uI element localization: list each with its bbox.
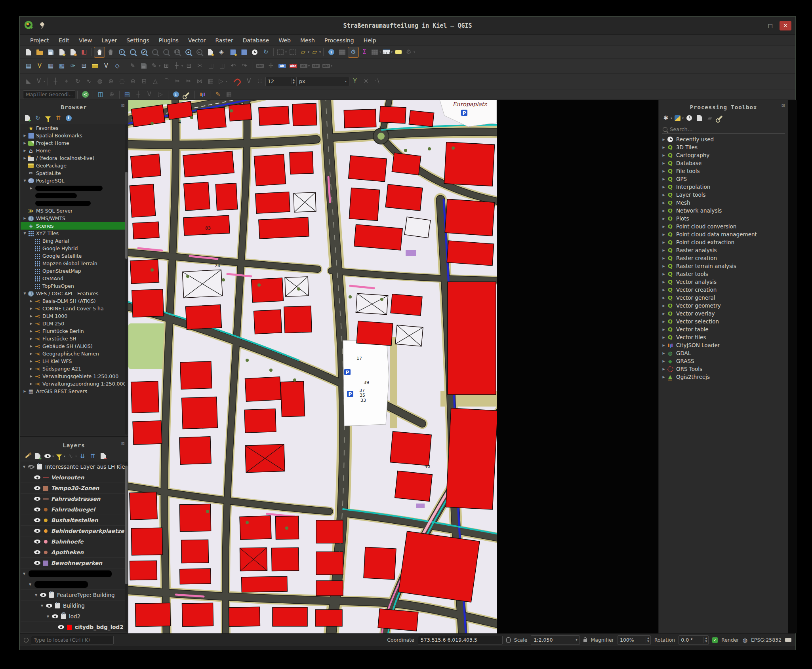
browser-item-geopackage[interactable]: GeoPackage <box>21 162 125 169</box>
expand-arrow-icon[interactable]: ▶ <box>661 336 666 339</box>
browser-item-redacted[interactable]: ▶ <box>21 184 125 192</box>
layers-scrollbar[interactable] <box>125 462 128 632</box>
layers-expand-all-button[interactable]: ⇊ <box>78 451 87 461</box>
expand-arrow-icon[interactable]: ▼ <box>22 232 27 235</box>
menu-vector[interactable]: Vector <box>183 36 211 45</box>
browser-item-ms-sql-server[interactable]: ≫MS SQL Server <box>21 207 125 215</box>
layers-style-dock-button[interactable] <box>23 451 32 461</box>
toolbox-item-vector-geometry[interactable]: ▶QVector geometry <box>659 302 788 310</box>
browser-item-s-dspange-a21[interactable]: ▶-<Südspange A21 <box>21 365 125 373</box>
layer-diagram-button[interactable]: ✛ <box>266 61 276 71</box>
expand-arrow-icon[interactable]: ▶ <box>661 201 666 205</box>
expand-arrow-icon[interactable]: ▶ <box>661 352 666 355</box>
delete-part-button[interactable]: ⊟ <box>139 76 149 87</box>
refresh-map-button[interactable]: ↻ <box>261 47 271 57</box>
expand-arrow-icon[interactable]: ▶ <box>22 217 27 220</box>
browser-collapse-all-button[interactable]: ⇈ <box>53 113 63 123</box>
statistical-summary-button[interactable]: Σ <box>359 47 370 57</box>
visibility-on-icon[interactable] <box>52 614 58 618</box>
add-ring-button[interactable]: ◍ <box>95 76 105 87</box>
browser-item-fedora-localhost-live[interactable]: ▶/ (fedora_localhost-live) <box>21 154 125 162</box>
layer-item-lod2[interactable]: ▼lod2 <box>21 611 125 622</box>
expand-arrow-icon[interactable]: ▼ <box>39 604 45 608</box>
pin-labels-button[interactable]: ab▾ <box>299 61 310 71</box>
expand-arrow-icon[interactable]: ▼ <box>22 292 27 295</box>
expand-arrow-icon[interactable]: ▶ <box>29 344 34 348</box>
menu-plugins[interactable]: Plugins <box>154 36 183 45</box>
add-delimited-text-button[interactable]: ⊞ <box>79 61 89 71</box>
layer-item-fahrradbuegel[interactable]: Fahrradbuegel <box>21 504 125 515</box>
browser-item-dlm-250[interactable]: ▶-<DLM 250 <box>21 320 125 327</box>
layer-item-velorouten[interactable]: Velorouten <box>21 472 125 483</box>
pan-to-selection-button[interactable] <box>105 47 116 57</box>
expand-arrow-icon[interactable]: ▶ <box>661 280 666 284</box>
expand-arrow-icon[interactable]: ▶ <box>29 186 34 190</box>
browser-scrollbar[interactable] <box>125 124 128 435</box>
layer-item-fahrradstrassen[interactable]: Fahrradstrassen <box>21 494 125 504</box>
toolbox-item-raster-analysis[interactable]: ▶QRaster analysis <box>659 246 788 254</box>
label-toolbar-blue-button[interactable]: ab <box>277 61 287 71</box>
toolbox-item-cartography[interactable]: ▶QCartography <box>659 151 788 159</box>
expand-arrow-icon[interactable]: ▼ <box>33 593 39 597</box>
toolbox-item-gdal[interactable]: ▶◍GDAL <box>659 349 788 357</box>
layer-item-behindertenparkplaetze[interactable]: Behindertenparkplaetze <box>21 526 125 536</box>
toolbox-item-vector-creation[interactable]: ▶QVector creation <box>659 286 788 294</box>
layer-item-bushaltestellen[interactable]: Bushaltestellen <box>21 515 125 526</box>
expand-arrow-icon[interactable]: ▶ <box>29 359 34 363</box>
browser-item-arcgis-rest-servers[interactable]: ▶▦ArcGIS REST Servers <box>21 388 125 395</box>
locate-input[interactable] <box>31 636 114 644</box>
browser-item-flurst-cke-sh[interactable]: ▶-<Flurstücke SH <box>21 335 125 342</box>
add-raster-layer-button[interactable]: ▦ <box>46 61 56 71</box>
zoom-in-button[interactable]: + <box>116 47 127 57</box>
new-shapefile-layer-button[interactable]: V <box>101 61 111 71</box>
sketch-tool-button[interactable]: ✎ <box>213 89 223 100</box>
deselect-features-button[interactable]: ▱▾ <box>299 47 309 57</box>
data-plotly-button[interactable]: ▤ <box>122 89 132 100</box>
toolbox-edit-in-place-button[interactable]: ▰ <box>705 113 715 123</box>
expand-arrow-icon[interactable]: ▼ <box>21 465 27 469</box>
expand-arrow-icon[interactable]: ▼ <box>45 615 51 618</box>
expand-arrow-icon[interactable]: ▶ <box>29 367 34 371</box>
expand-arrow-icon[interactable]: ▶ <box>661 249 666 252</box>
expand-arrow-icon[interactable]: ▶ <box>661 344 666 347</box>
toolbox-item-file-tools[interactable]: ▶QFile tools <box>659 167 788 175</box>
project-properties-button[interactable]: ✱ <box>68 47 78 57</box>
menu-layer[interactable]: Layer <box>97 36 122 45</box>
expand-arrow-icon[interactable]: ▼ <box>27 583 33 586</box>
browser-item-dlm-1000[interactable]: ▶-<DLM 1000 <box>21 312 125 320</box>
zoom-next-button[interactable]: ▸ <box>194 47 204 57</box>
undo-button[interactable]: ↶ <box>228 61 238 71</box>
tracing-offset-button[interactable]: ∷ <box>255 76 265 87</box>
magnifier-spinbox[interactable]: ▲▼ <box>618 635 651 645</box>
move-feature-button[interactable]: ┼ <box>50 76 61 87</box>
label-toolbar-red-button[interactable]: abc <box>288 61 298 71</box>
avoid-overlap-button[interactable]: ✕ <box>361 76 371 87</box>
expand-arrow-icon[interactable]: ▶ <box>22 134 27 137</box>
layer-item-featuretype-building[interactable]: ▼FeatureType: Building <box>21 590 125 601</box>
enable-advanced-digitizing-button[interactable]: ◣ <box>23 76 34 87</box>
fill-ring-button[interactable]: ◌ <box>117 76 127 87</box>
toggle-editing-button[interactable]: ✎ <box>128 61 138 71</box>
toolbox-models-button[interactable]: ✱▾ <box>661 113 672 123</box>
zoom-last-button[interactable]: ◂ <box>183 47 193 57</box>
browser-item-project-home[interactable]: ▶Project Home <box>21 139 125 147</box>
browser-item-osmand[interactable]: OSMAnd <box>21 275 125 282</box>
new-geopackage-layer-button[interactable] <box>90 61 100 71</box>
expand-arrow-icon[interactable]: ▶ <box>29 337 34 340</box>
select-plugin-button[interactable]: ▷ <box>155 89 166 100</box>
browser-item-wfs-ogc-api-features[interactable]: ▼WFS / OGC API - Features <box>21 290 125 297</box>
toolbox-search[interactable]: Search… <box>662 125 785 134</box>
browser-properties-button[interactable]: i <box>64 113 73 123</box>
layer-item-citydb-bdg-lod2[interactable]: citydb_bdg_lod2 <box>21 622 125 633</box>
visibility-on-icon[interactable] <box>40 593 46 597</box>
visibility-on-icon[interactable] <box>34 497 40 501</box>
toolbox-item-interpolation[interactable]: ▶QInterpolation <box>659 183 788 191</box>
toolbox-history-button[interactable] <box>684 113 694 123</box>
expand-arrow-icon[interactable]: ▶ <box>661 162 666 165</box>
browser-item-postgresql[interactable]: ▼PostgreSQL <box>21 177 125 184</box>
close-button[interactable]: ✕ <box>780 21 791 30</box>
visibility-on-icon[interactable] <box>46 604 52 608</box>
georeferencer-button[interactable]: ⊕ <box>107 89 117 100</box>
expand-arrow-icon[interactable]: ▶ <box>661 217 666 220</box>
trace-digitizing-button[interactable]: V <box>244 76 254 87</box>
